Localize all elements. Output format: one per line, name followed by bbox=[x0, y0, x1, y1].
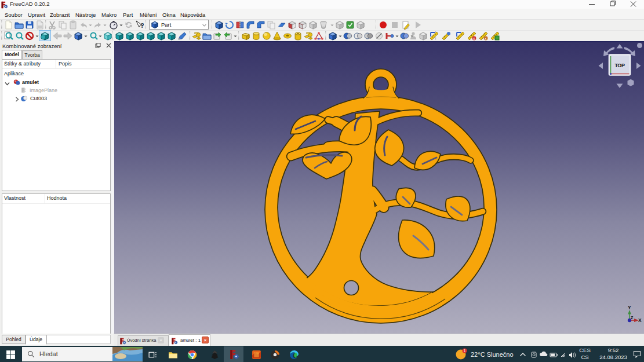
svg-text:x: x bbox=[485, 36, 487, 41]
svg-text:X: X bbox=[638, 317, 642, 323]
svg-text:Y: Y bbox=[628, 305, 631, 310]
svg-text:1: 1 bbox=[464, 349, 466, 353]
svg-text:?: ? bbox=[140, 22, 144, 29]
svg-text:TOP: TOP bbox=[614, 63, 625, 68]
svg-text:Z: Z bbox=[631, 316, 634, 320]
svg-text:x: x bbox=[473, 36, 475, 41]
